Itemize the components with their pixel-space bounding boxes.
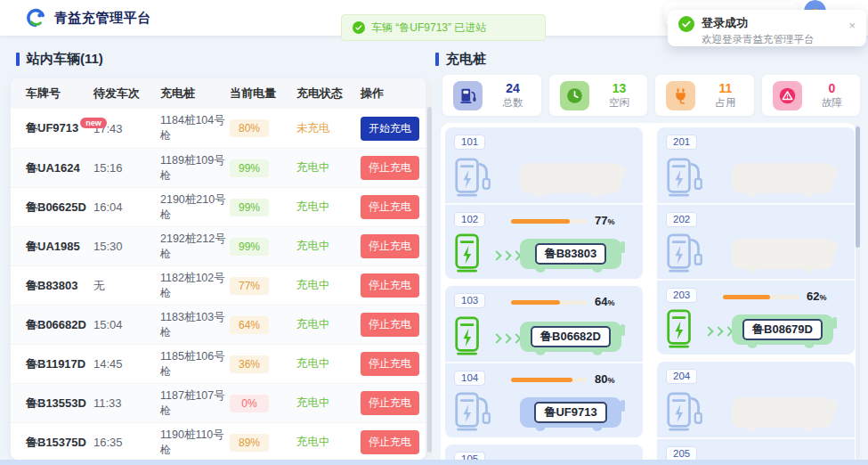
stop-charging-button[interactable]: 停止充电 xyxy=(361,273,419,298)
pile-row-top: 10277% xyxy=(454,212,634,227)
stop-charging-button[interactable]: 停止充电 xyxy=(361,391,419,415)
stat-value-block: 11占用 xyxy=(716,82,742,110)
pile-number-badge: 102 xyxy=(454,212,485,227)
piles-section-title: 充电桩 xyxy=(435,51,486,68)
empty-bay-bus-silhouette xyxy=(732,163,833,193)
pile-row-body: 鲁B83803 xyxy=(454,228,634,274)
app-title: 青益充管理平台 xyxy=(54,10,151,27)
departure-cell: 16:35 xyxy=(93,436,160,449)
action-cell: 停止充电 xyxy=(361,430,419,454)
charge-progress: 64% xyxy=(511,296,614,309)
battery-badge: 99% xyxy=(230,159,269,177)
pile-card: 10364%鲁B06682D10480%鲁UF9713 xyxy=(445,286,643,437)
pile-cell: 1187桩107号枪 xyxy=(160,388,230,419)
departure-cell: 16:04 xyxy=(93,200,160,214)
stat-label: 占用 xyxy=(716,96,736,110)
bus-plate-label: 鲁B08679D xyxy=(742,319,823,340)
column-header-4: 充电状态 xyxy=(296,86,361,102)
pile-panel-scrollbar[interactable] xyxy=(856,125,860,460)
charging-pile-icon xyxy=(666,232,703,273)
charging-status: 未充电 xyxy=(296,121,361,136)
pile-cell: 1190桩110号枪 xyxy=(160,428,230,458)
pile-slot-201: 201 xyxy=(657,127,855,203)
battery-cell: 89% xyxy=(230,434,296,452)
pile-cell: 2192桩212号枪 xyxy=(160,232,230,262)
new-badge: new xyxy=(80,118,107,128)
plug-icon xyxy=(666,81,695,110)
title-accent-bar xyxy=(16,53,20,66)
battery-badge: 64% xyxy=(230,316,269,334)
start-charging-button[interactable]: 开始充电 xyxy=(361,117,419,141)
battery-badge: 99% xyxy=(230,199,269,216)
pile-row-top: 101 xyxy=(454,135,634,150)
pile-slot-102: 10277%鲁B83803 xyxy=(445,203,643,279)
pile-slot-203: 20362%鲁B08679D xyxy=(657,279,855,355)
horizontal-scrollbar[interactable] xyxy=(0,460,868,465)
pile-row-top: 204 xyxy=(666,369,846,384)
stop-charging-button[interactable]: 停止充电 xyxy=(361,234,419,258)
battery-badge: 99% xyxy=(230,238,269,256)
departure-cell: 15:30 xyxy=(93,240,160,253)
progress-track xyxy=(511,219,588,224)
pile-columns: 10110277%鲁B8380310364%鲁B06682D10480%鲁UF9… xyxy=(445,127,856,465)
progress-fill xyxy=(511,219,570,224)
pile-row-body xyxy=(666,387,846,433)
bus-plate-label: 鲁B06682D xyxy=(531,326,611,347)
stop-charging-button[interactable]: 停止充电 xyxy=(361,156,419,180)
vehicles-table-card: 车牌号待发车次充电桩当前电量充电状态操作 鲁UF9713new17:431184… xyxy=(11,78,426,460)
plate-cell: 鲁UF9713new xyxy=(26,120,93,136)
pile-panel-scrollbar-thumb[interactable] xyxy=(856,126,860,248)
vehicles-section-title-text: 站内车辆(11) xyxy=(27,51,103,68)
pile-number-badge: 201 xyxy=(666,135,697,150)
table-row: 鲁UA162415:161189桩109号枪99%充电中停止充电 xyxy=(11,148,426,187)
pile-number-badge: 204 xyxy=(666,369,697,384)
column-header-1: 待发车次 xyxy=(93,86,160,102)
table-scrollbar[interactable] xyxy=(427,80,432,458)
empty-bay-bus-silhouette xyxy=(732,239,833,269)
charge-progress: 62% xyxy=(723,290,826,304)
battery-badge: 36% xyxy=(230,355,269,373)
progress-fill xyxy=(511,300,560,305)
column-header-2: 充电桩 xyxy=(160,86,230,102)
action-cell: 停止充电 xyxy=(361,313,419,337)
battery-cell: 99% xyxy=(230,238,296,256)
action-cell: 停止充电 xyxy=(361,391,419,415)
pile-row-top: 10364% xyxy=(454,293,634,308)
pile-cell: 1184桩104号枪 xyxy=(160,113,230,143)
battery-badge: 0% xyxy=(230,395,269,412)
departure-cell: 15:04 xyxy=(93,318,160,331)
charge-progress: 77% xyxy=(511,215,614,228)
stop-charging-button[interactable]: 停止充电 xyxy=(361,313,419,337)
pile-number-badge: 104 xyxy=(454,371,485,386)
table-row: 鲁B11917D14:451185桩106号枪36%充电中停止充电 xyxy=(11,344,426,383)
charging-pile-icon xyxy=(666,308,703,349)
pile-number-badge: 202 xyxy=(666,212,697,227)
pile-row-body: 鲁B08679D xyxy=(666,304,846,350)
vehicle-arrival-toast: 车辆 “鲁UF9713” 已进站 xyxy=(341,14,546,41)
charging-status: 充电中 xyxy=(296,160,361,175)
battery-cell: 99% xyxy=(230,199,296,216)
pile-row-top: 10480% xyxy=(454,371,634,386)
pile-column: 10110277%鲁B8380310364%鲁B06682D10480%鲁UF9… xyxy=(445,127,643,465)
action-cell: 停止充电 xyxy=(361,234,419,258)
plate-cell: 鲁B06682D xyxy=(26,317,93,333)
progress-track xyxy=(511,300,588,305)
close-icon[interactable]: × xyxy=(848,20,856,31)
charging-management-app: 青益充管理平台 登录成功 欢迎登录青益充管理平台 × 车 xyxy=(0,0,868,465)
pile-slot-202: 202 xyxy=(657,203,855,279)
pile-slot-104: 10480%鲁UF9713 xyxy=(445,362,643,437)
stat-card-空闲: 13空闲 xyxy=(549,75,648,116)
plate-cell: 鲁B11917D xyxy=(26,356,93,372)
stat-value: 11 xyxy=(716,82,736,95)
table-scrollbar-thumb[interactable] xyxy=(427,107,432,453)
stat-value-block: 0故障 xyxy=(822,82,848,110)
stat-value: 24 xyxy=(503,82,523,95)
empty-bay-bus-silhouette xyxy=(520,163,621,193)
pile-card: 204205 xyxy=(657,362,855,465)
vehicle-bus-icon: 鲁UF9713 xyxy=(520,397,621,428)
stat-value-block: 24总数 xyxy=(503,82,529,110)
stop-charging-button[interactable]: 停止充电 xyxy=(361,430,419,454)
pile-row-body xyxy=(666,152,846,199)
stop-charging-button[interactable]: 停止充电 xyxy=(361,352,419,376)
stop-charging-button[interactable]: 停止充电 xyxy=(361,195,419,219)
